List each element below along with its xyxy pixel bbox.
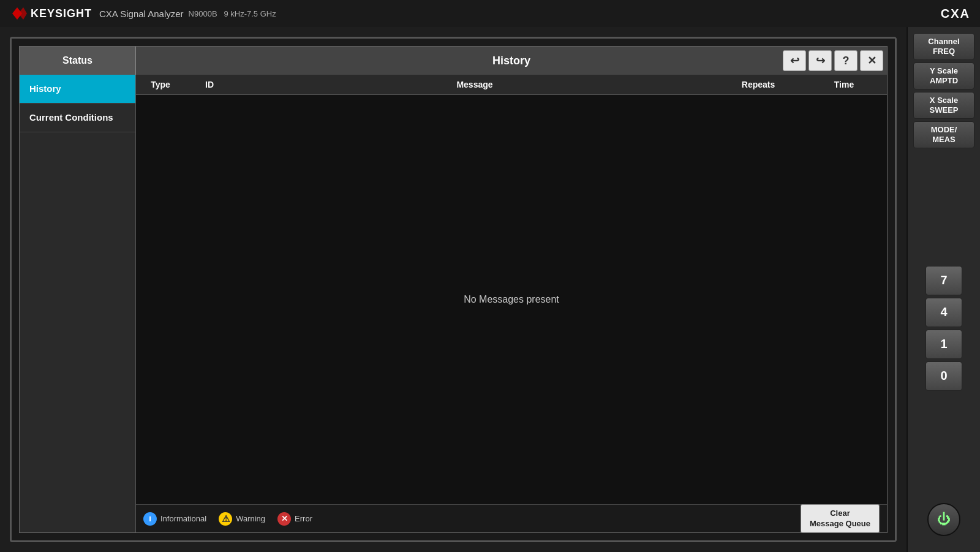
screen-area: Status History ↩ ↪ ? ✕ — [0, 27, 907, 552]
model-number: N9000B 9 kHz-7.5 GHz — [189, 9, 276, 18]
amptd-button[interactable]: Y ScaleAMPTD — [913, 62, 974, 89]
legend-informational: i Informational — [143, 512, 206, 526]
col-header-time: Time — [801, 80, 887, 89]
keypad-section: 7 4 1 0 — [908, 266, 980, 391]
close-button[interactable]: ✕ — [860, 50, 883, 71]
screen-bezel: Status History ↩ ↪ ? ✕ — [10, 37, 897, 542]
key-0[interactable]: 0 — [925, 361, 962, 391]
dialog-sidebar: History Current Conditions — [20, 75, 136, 532]
error-label: Error — [295, 514, 312, 523]
error-icon: ✕ — [277, 512, 291, 526]
table-header: Type ID Message Repeats Time — [136, 75, 887, 95]
top-bar: KEYSIGHT CXA Signal Analyzer N9000B 9 kH… — [0, 0, 980, 27]
svg-marker-1 — [18, 7, 27, 20]
sidebar-history-label: History — [29, 83, 61, 94]
dialog-footer: i Informational ⚠ Warning ✕ Error — [136, 504, 887, 532]
power-button[interactable]: ⏻ — [927, 503, 960, 536]
legend-error: ✕ Error — [277, 512, 312, 526]
brand-name: KEYSIGHT — [31, 7, 92, 20]
dialog-header-buttons: ↩ ↪ ? ✕ — [783, 50, 883, 71]
freq-button[interactable]: ChannelFREQ — [913, 33, 974, 60]
warning-icon: ⚠ — [219, 512, 232, 526]
sidebar-item-current-conditions[interactable]: Current Conditions — [20, 104, 135, 132]
status-panel-header: Status — [20, 47, 136, 75]
model-short: CXA — [941, 7, 970, 21]
col-header-id: ID — [185, 80, 234, 89]
dialog-title: History — [492, 55, 530, 67]
undo-button[interactable]: ↩ — [783, 50, 806, 71]
clear-message-queue-button[interactable]: Clear Message Queue — [801, 504, 880, 532]
status-dialog: Status History ↩ ↪ ? ✕ — [19, 46, 888, 533]
key-1[interactable]: 1 — [925, 330, 962, 359]
dialog-header-row: Status History ↩ ↪ ? ✕ — [20, 47, 887, 75]
mode-meas-button[interactable]: MODE/MEAS — [913, 121, 974, 148]
product-name: CXA Signal Analyzer — [99, 9, 184, 19]
redo-button[interactable]: ↪ — [809, 50, 832, 71]
sidebar-item-history[interactable]: History — [20, 75, 135, 104]
key-7[interactable]: 7 — [925, 266, 962, 295]
help-button[interactable]: ? — [834, 50, 858, 71]
col-header-repeats: Repeats — [715, 80, 801, 89]
instrument-right-panel: ChannelFREQ Y ScaleAMPTD X ScaleSWEEP MO… — [907, 27, 980, 552]
screen-content: Status History ↩ ↪ ? ✕ — [12, 39, 895, 540]
main-panel-header: History ↩ ↪ ? ✕ — [136, 47, 887, 75]
sidebar-conditions-label: Current Conditions — [29, 112, 113, 123]
col-header-message: Message — [234, 80, 715, 89]
col-header-type: Type — [136, 80, 185, 89]
keysight-logo: KEYSIGHT — [10, 5, 92, 22]
empty-message-area: No Messages present — [136, 95, 887, 504]
dialog-body: History Current Conditions Type ID — [20, 75, 887, 532]
legend-warning: ⚠ Warning — [219, 512, 265, 526]
main-layout: Status History ↩ ↪ ? ✕ — [0, 27, 980, 552]
key-4[interactable]: 4 — [925, 298, 962, 327]
warning-label: Warning — [236, 514, 265, 523]
status-header-label: Status — [62, 55, 92, 66]
sweep-button[interactable]: X ScaleSWEEP — [913, 92, 974, 119]
informational-label: Informational — [160, 514, 206, 523]
function-buttons: ChannelFREQ Y ScaleAMPTD X ScaleSWEEP MO… — [908, 33, 980, 148]
dialog-content: Type ID Message Repeats Time No Messages… — [136, 75, 887, 532]
informational-icon: i — [143, 512, 157, 526]
keysight-logo-mark — [10, 5, 27, 22]
no-messages-label: No Messages present — [464, 294, 559, 305]
